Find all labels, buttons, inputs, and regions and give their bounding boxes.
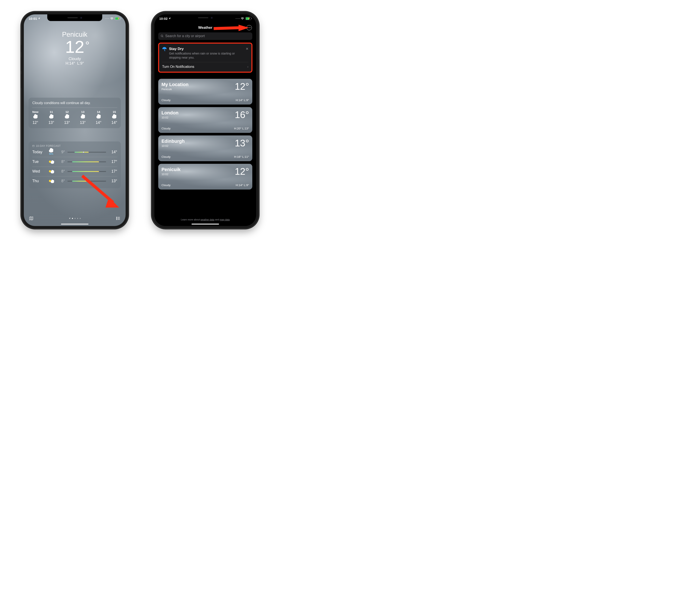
- wifi-icon: [110, 17, 114, 20]
- status-time: 10:02: [159, 17, 168, 20]
- close-icon[interactable]: ✕: [246, 47, 248, 51]
- hour-temp: 14°: [111, 121, 117, 125]
- day-row[interactable]: Today 50% 9° 14°: [32, 148, 117, 157]
- hour-item: 12 13°: [64, 110, 70, 125]
- hour-item: 15 14°: [111, 110, 117, 125]
- partly-cloudy-icon: [51, 171, 54, 174]
- current-location-header: Penicuik 12° Cloudy H:14° L:9°: [24, 31, 126, 66]
- home-indicator[interactable]: [192, 224, 219, 225]
- location-arrow-icon: [38, 17, 40, 20]
- city-card[interactable]: London 10:02 16° Cloudy H:20° L:13°: [158, 107, 252, 133]
- hour-label: 13: [81, 110, 84, 113]
- city-name: Penicuik: [161, 167, 181, 172]
- partly-cloudy-icon: [51, 161, 54, 164]
- hour-item: 14 14°: [96, 110, 102, 125]
- day-name: Thu: [32, 179, 47, 183]
- bottom-toolbar: [24, 214, 126, 223]
- city-condition: Cloudy: [161, 127, 171, 130]
- page-indicator[interactable]: [69, 217, 81, 219]
- cellular-icon: [235, 18, 240, 19]
- hour-item: 11 13°: [49, 110, 54, 125]
- city-card[interactable]: Edinburgh 10:02 13° Cloudy H:16° L:11°: [158, 135, 252, 161]
- condition-label: Cloudy: [24, 56, 126, 61]
- hour-temp: 12°: [32, 121, 38, 125]
- cloud-icon: [112, 115, 116, 119]
- annotation-arrow: [79, 173, 122, 209]
- cloud-icon: [49, 115, 53, 119]
- city-subtitle: 10:02: [161, 173, 181, 176]
- city-list[interactable]: My Location Penicuik 12° Cloudy H:14° L:…: [158, 79, 252, 216]
- weather-data-link[interactable]: weather data: [201, 218, 215, 221]
- cloud-icon: [65, 115, 69, 119]
- annotation-arrow: [213, 24, 251, 34]
- city-card[interactable]: My Location Penicuik 12° Cloudy H:14° L:…: [158, 79, 252, 105]
- cloud-icon: [81, 115, 85, 119]
- turn-on-notifications-button[interactable]: Turn On Notifications ›: [162, 62, 248, 69]
- location-arrow-icon: [168, 17, 171, 20]
- map-icon[interactable]: [29, 216, 33, 221]
- device-right: 10:02 ⚡ Weather Search for a city or air…: [152, 12, 258, 228]
- hour-label: Now: [32, 110, 39, 113]
- svg-marker-13: [239, 25, 249, 31]
- status-bar: 10:02 ⚡: [154, 16, 256, 21]
- svg-point-4: [116, 219, 117, 220]
- city-hilo: H:16° L:11°: [234, 155, 249, 158]
- notification-description: Get notifications when rain or snow is s…: [169, 52, 243, 59]
- wifi-icon: [241, 17, 244, 20]
- search-placeholder: Search for a city or airport: [165, 34, 205, 38]
- city-name: My Location: [161, 82, 189, 87]
- temperature-range-bar: [68, 161, 106, 162]
- day-row[interactable]: Tue 8° 17°: [32, 157, 117, 166]
- svg-point-3: [116, 218, 117, 219]
- svg-point-10: [161, 35, 163, 37]
- city-condition: Cloudy: [161, 184, 171, 187]
- cloud-icon: [33, 115, 38, 119]
- city-subtitle: 10:02: [161, 144, 185, 148]
- battery-icon: ⚡: [115, 17, 121, 20]
- day-name: Tue: [32, 159, 47, 164]
- cellular-icon: [105, 18, 109, 19]
- search-icon: [160, 34, 164, 37]
- svg-rect-0: [33, 145, 34, 147]
- city-card[interactable]: Penicuik 10:02 12° Cloudy H:14° L:9°: [158, 164, 252, 189]
- city-hilo: H:14° L:9°: [236, 99, 249, 102]
- city-hilo: H:14° L:9°: [236, 184, 249, 187]
- weather-list-screen: 10:02 ⚡ Weather Search for a city or air…: [154, 15, 256, 226]
- location-arrow-icon: [69, 217, 71, 219]
- day-high: 17°: [109, 159, 117, 164]
- rain-cloud-icon: [49, 149, 53, 152]
- map-data-link[interactable]: map data: [220, 218, 230, 221]
- hour-item: 13 13°: [80, 110, 86, 125]
- chevron-right-icon: ›: [247, 65, 248, 69]
- hour-label: 14: [97, 110, 100, 113]
- hour-temp: 13°: [49, 121, 54, 125]
- city-subtitle: 10:02: [161, 116, 178, 119]
- svg-point-2: [116, 217, 117, 218]
- umbrella-icon: [162, 47, 167, 52]
- city-name: Edinburgh: [161, 138, 185, 144]
- svg-line-11: [162, 36, 163, 37]
- battery-icon: ⚡: [245, 17, 251, 20]
- day-low: 8°: [55, 159, 65, 164]
- current-temperature: 12°: [65, 38, 84, 56]
- city-condition: Cloudy: [161, 155, 171, 158]
- city-temperature: 13°: [235, 138, 249, 148]
- hourly-forecast-panel[interactable]: Cloudy conditions will continue all day.…: [29, 98, 121, 128]
- device-left: 10:01 ⚡ Penicuik 12° Cloudy H:14° L:9°: [22, 12, 128, 228]
- status-bar: 10:01 ⚡: [24, 16, 126, 21]
- calendar-icon: [32, 145, 34, 147]
- city-temperature: 16°: [235, 110, 249, 120]
- day-low: 8°: [55, 169, 65, 174]
- temperature-range-bar: [68, 152, 106, 153]
- city-temperature: 12°: [235, 167, 249, 176]
- high-low-label: H:14° L:9°: [24, 61, 126, 66]
- hour-temp: 13°: [64, 121, 70, 125]
- hour-temp: 13°: [80, 121, 86, 125]
- home-indicator[interactable]: [61, 224, 89, 225]
- city-temperature: 12°: [235, 82, 249, 91]
- list-icon[interactable]: [116, 216, 121, 221]
- weather-detail-screen: 10:01 ⚡ Penicuik 12° Cloudy H:14° L:9°: [24, 15, 126, 226]
- day-high: 14°: [109, 150, 117, 154]
- city-subtitle: Penicuik: [161, 87, 189, 91]
- city-hilo: H:20° L:13°: [234, 127, 249, 130]
